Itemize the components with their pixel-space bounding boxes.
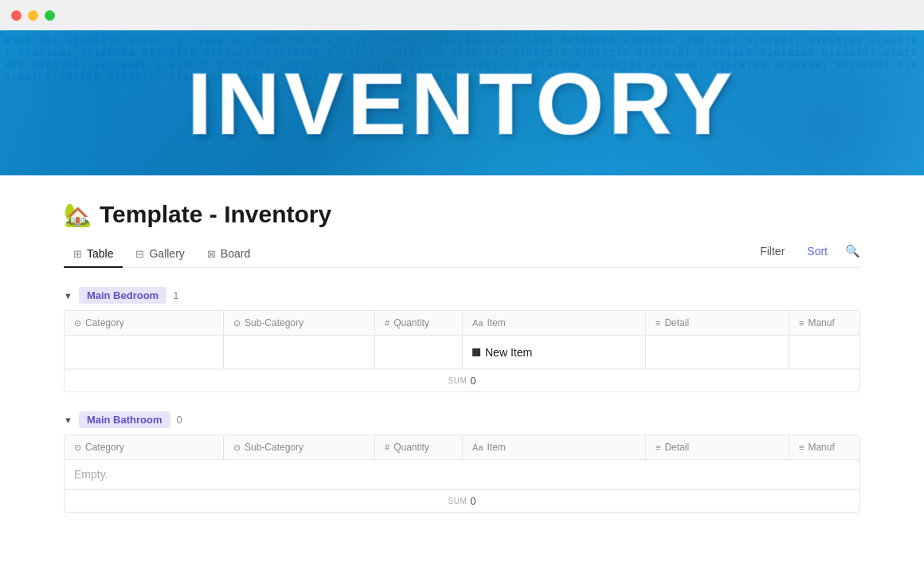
col-icon-detail-1: ≡ — [656, 318, 660, 328]
table-header-bedroom: ⊙ Category ⊙ Sub-Category # Quantity Aa … — [65, 311, 859, 336]
section-label-bedroom[interactable]: Main Bedroom — [79, 287, 166, 304]
table-icon: ⊞ — [73, 248, 82, 260]
section-main-bathroom: ▼ Main Bathroom 0 ⊙ Category ⊙ Sub-Categ… — [64, 408, 860, 513]
cell-item-row1[interactable]: New Item — [463, 336, 646, 368]
view-tabs: ⊞ Table ⊟ Gallery ⊠ Board — [64, 241, 260, 267]
page-title: Template - Inventory — [100, 201, 331, 228]
new-item-label: New Item — [485, 346, 532, 359]
toolbar-actions: Filter Sort 🔍 — [755, 242, 860, 267]
board-icon: ⊠ — [207, 248, 216, 260]
page-title-row: 🏡 Template - Inventory — [64, 201, 860, 228]
sum-label-bedroom: SUM — [448, 376, 468, 385]
section-label-bathroom[interactable]: Main Bathroom — [79, 411, 170, 428]
col-label-manuf-2: Manuf — [808, 442, 834, 453]
cell-quantity-row1[interactable] — [375, 336, 463, 368]
sum-row-bedroom: SUM 0 — [65, 369, 859, 391]
sort-button[interactable]: Sort — [802, 242, 832, 261]
section-main-bedroom: ▼ Main Bedroom 1 ⊙ Category ⊙ Sub-Catego… — [64, 284, 860, 392]
section-toggle-bedroom[interactable]: ▼ — [64, 291, 72, 301]
toolbar: ⊞ Table ⊟ Gallery ⊠ Board Filter Sort 🔍 — [64, 241, 860, 268]
col-label-quantity-2: Quantity — [393, 442, 429, 453]
tab-table-label: Table — [87, 247, 113, 260]
gallery-icon: ⊟ — [135, 248, 144, 260]
col-header-item-1: Aa Item — [463, 311, 646, 335]
cell-category-row1[interactable] — [65, 336, 224, 368]
col-label-quantity-1: Quantity — [393, 317, 429, 328]
col-header-detail-2: ≡ Detail — [646, 435, 789, 459]
main-content: 🏡 Template - Inventory ⊞ Table ⊟ Gallery… — [0, 175, 924, 513]
new-item-dot-icon — [472, 348, 480, 356]
sum-label-bathroom: SUM — [448, 497, 468, 505]
hero-banner: 01001001 01001110 01010110 01000101 0100… — [0, 30, 924, 175]
col-icon-manuf-2: ≡ — [799, 442, 804, 452]
col-header-manuf-1: ≡ Manuf — [789, 311, 859, 335]
col-icon-category-1: ⊙ — [74, 318, 81, 328]
cell-detail-row1[interactable] — [646, 336, 789, 368]
col-icon-item-1: Aa — [472, 318, 483, 328]
tab-table[interactable]: ⊞ Table — [64, 241, 123, 268]
col-header-quantity-2: # Quantity — [375, 435, 463, 459]
table-bedroom: ⊙ Category ⊙ Sub-Category # Quantity Aa … — [64, 310, 860, 392]
col-label-detail-1: Detail — [664, 317, 689, 328]
col-label-subcategory-1: Sub-Category — [245, 317, 303, 328]
search-icon[interactable]: 🔍 — [845, 244, 860, 258]
col-header-category-2: ⊙ Category — [65, 435, 224, 459]
col-label-manuf-1: Manuf — [808, 317, 834, 328]
section-header-bathroom: ▼ Main Bathroom 0 — [64, 408, 860, 431]
tab-board-label: Board — [221, 247, 250, 260]
sum-row-bathroom: SUM 0 — [65, 490, 859, 512]
hero-title: INVENTORY — [187, 53, 737, 154]
col-label-item-1: Item — [487, 317, 505, 328]
table-bathroom: ⊙ Category ⊙ Sub-Category # Quantity Aa … — [64, 434, 860, 513]
tab-gallery-label: Gallery — [149, 247, 184, 260]
section-count-bedroom: 1 — [173, 289, 178, 301]
col-header-subcategory-2: ⊙ Sub-Category — [224, 435, 375, 459]
col-header-item-2: Aa Item — [463, 435, 646, 459]
col-icon-item-2: Aa — [472, 442, 483, 452]
col-label-detail-2: Detail — [664, 442, 689, 453]
section-header-bedroom: ▼ Main Bedroom 1 — [64, 284, 860, 307]
titlebar — [0, 0, 924, 30]
col-icon-detail-2: ≡ — [656, 442, 660, 452]
col-header-detail-1: ≡ Detail — [646, 311, 789, 335]
col-header-manuf-2: ≡ Manuf — [789, 435, 859, 459]
cell-subcategory-row1[interactable] — [224, 336, 375, 368]
col-label-item-2: Item — [487, 442, 505, 453]
col-icon-subcategory-2: ⊙ — [233, 442, 241, 453]
empty-row-bathroom: Empty. — [65, 460, 859, 490]
tab-board[interactable]: ⊠ Board — [198, 241, 260, 268]
col-label-category-2: Category — [85, 442, 124, 453]
close-button[interactable] — [11, 10, 22, 21]
col-label-category-1: Category — [85, 317, 124, 328]
page-emoji: 🏡 — [64, 202, 92, 228]
col-label-subcategory-2: Sub-Category — [245, 442, 303, 453]
col-header-subcategory-1: ⊙ Sub-Category — [224, 311, 375, 335]
table-row[interactable]: New Item — [65, 336, 859, 369]
sum-value-bedroom: 0 — [470, 375, 476, 387]
col-header-category-1: ⊙ Category — [65, 311, 224, 335]
table-header-bathroom: ⊙ Category ⊙ Sub-Category # Quantity Aa … — [65, 435, 859, 460]
col-header-quantity-1: # Quantity — [375, 311, 463, 335]
section-count-bathroom: 0 — [177, 414, 182, 426]
col-icon-manuf-1: ≡ — [799, 318, 804, 328]
tab-gallery[interactable]: ⊟ Gallery — [126, 241, 194, 268]
minimize-button[interactable] — [28, 10, 38, 21]
cell-manuf-row1[interactable] — [789, 336, 859, 368]
maximize-button[interactable] — [45, 10, 55, 21]
col-icon-quantity-1: # — [385, 318, 390, 328]
new-item-container: New Item — [472, 346, 532, 359]
section-toggle-bathroom[interactable]: ▼ — [64, 415, 72, 425]
col-icon-category-2: ⊙ — [74, 442, 81, 453]
sum-value-bathroom: 0 — [470, 495, 476, 507]
col-icon-quantity-2: # — [385, 442, 390, 452]
filter-button[interactable]: Filter — [755, 242, 789, 261]
col-icon-subcategory-1: ⊙ — [233, 318, 241, 328]
